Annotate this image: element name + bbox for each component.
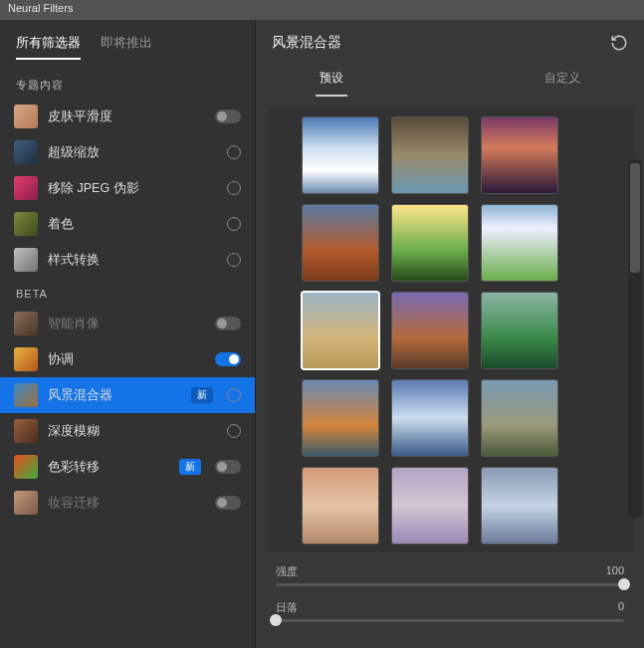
filter-label: 协调 [48, 351, 205, 368]
preset-thumb[interactable] [481, 379, 558, 457]
filter-depth-blur[interactable]: 深度模糊 [0, 413, 255, 449]
sub-tab-presets[interactable]: 预设 [316, 62, 347, 97]
preset-thumb[interactable] [391, 204, 469, 282]
content-header: 风景混合器 [256, 20, 644, 62]
filter-label: 风景混合器 [48, 387, 181, 404]
radio-depth[interactable] [227, 424, 241, 438]
sliders-panel: 强度 100 日落 0 [256, 552, 644, 648]
makeup-icon [14, 491, 38, 515]
preset-thumb[interactable] [302, 116, 379, 194]
new-badge: 新 [191, 387, 213, 403]
preset-thumb[interactable] [481, 116, 558, 194]
preset-thumb[interactable] [302, 204, 379, 282]
preset-thumb[interactable] [481, 467, 558, 544]
preset-thumb[interactable] [302, 467, 379, 544]
filter-makeup-transfer[interactable]: 妆容迁移 [0, 485, 255, 521]
window-title: Neural Filters [8, 2, 73, 14]
preset-thumb[interactable] [391, 116, 469, 194]
preset-thumb[interactable] [391, 467, 469, 544]
filter-style-transfer[interactable]: 样式转换 [0, 242, 255, 278]
reset-icon[interactable] [610, 34, 628, 52]
preset-thumb[interactable] [481, 204, 558, 282]
toggle-portrait[interactable] [215, 317, 241, 330]
section-featured-label: 专题内容 [0, 68, 255, 99]
scrollbar-vertical[interactable] [628, 159, 642, 518]
filter-color-transfer[interactable]: 色彩转移 新 [0, 449, 255, 485]
landscape-icon [14, 383, 38, 407]
toggle-harmony[interactable] [215, 352, 241, 366]
slider-strength: 强度 100 [276, 564, 624, 586]
slider-track[interactable] [276, 583, 624, 586]
zoom-icon [14, 140, 38, 164]
filter-super-zoom[interactable]: 超级缩放 [0, 134, 255, 170]
style-icon [14, 248, 38, 272]
radio-landscape[interactable] [227, 388, 241, 402]
filter-smart-portrait[interactable]: 智能肖像 [0, 306, 255, 341]
filter-label: 智能肖像 [48, 316, 205, 332]
filter-label: 深度模糊 [48, 423, 217, 440]
slider-value: 0 [618, 600, 624, 615]
presets-scroll[interactable] [268, 107, 634, 552]
filter-landscape-mixer[interactable]: 风景混合器 新 [0, 377, 255, 413]
transfer-icon [14, 455, 38, 479]
section-beta-label: BETA [0, 278, 255, 306]
radio-colorize[interactable] [227, 217, 241, 231]
toggle-skin[interactable] [215, 109, 241, 123]
content-title: 风景混合器 [272, 34, 341, 52]
filter-label: 样式转换 [48, 252, 217, 269]
slider-thumb[interactable] [270, 614, 282, 626]
content-panel: 风景混合器 预设 自定义 [255, 20, 644, 648]
slider-thumb[interactable] [618, 578, 630, 590]
slider-sunset: 日落 0 [276, 600, 624, 622]
slider-track[interactable] [276, 619, 624, 622]
filter-harmonization[interactable]: 协调 [0, 341, 255, 377]
slider-value: 100 [606, 564, 624, 579]
tab-coming-soon[interactable]: 即将推出 [101, 34, 152, 60]
filter-label: 色彩转移 [48, 459, 169, 476]
tab-all-filters[interactable]: 所有筛选器 [16, 34, 81, 60]
jpeg-icon [14, 176, 38, 200]
content-sub-tabs: 预设 自定义 [256, 62, 644, 97]
radio-style[interactable] [227, 253, 241, 267]
filter-label: 移除 JPEG 伪影 [48, 180, 217, 197]
colorize-icon [14, 212, 38, 236]
preset-thumb[interactable] [302, 292, 379, 369]
filter-skin-smoothing[interactable]: 皮肤平滑度 [0, 99, 255, 134]
preset-thumb[interactable] [391, 379, 469, 457]
slider-label: 日落 [276, 600, 298, 615]
filter-label: 超级缩放 [48, 144, 217, 161]
filter-label: 着色 [48, 216, 217, 233]
preset-thumb[interactable] [302, 379, 379, 457]
toggle-makeup[interactable] [215, 496, 241, 510]
sidebar-tabs: 所有筛选器 即将推出 [0, 20, 255, 68]
skin-icon [14, 105, 38, 128]
slider-label: 强度 [276, 564, 298, 579]
toggle-transfer[interactable] [215, 460, 241, 474]
sub-tab-custom[interactable]: 自定义 [540, 62, 584, 97]
radio-zoom[interactable] [227, 145, 241, 159]
preset-thumb[interactable] [481, 292, 558, 369]
portrait-icon [14, 312, 38, 335]
filter-jpeg-artifacts[interactable]: 移除 JPEG 伪影 [0, 170, 255, 206]
depth-icon [14, 419, 38, 443]
filter-colorize[interactable]: 着色 [0, 206, 255, 242]
preset-thumb[interactable] [391, 292, 469, 369]
window-titlebar: Neural Filters [0, 0, 644, 20]
new-badge: 新 [179, 459, 201, 475]
filter-label: 妆容迁移 [48, 495, 205, 512]
filter-label: 皮肤平滑度 [48, 108, 205, 125]
preset-grid [302, 116, 634, 544]
filters-sidebar: 所有筛选器 即将推出 专题内容 皮肤平滑度 超级缩放 移除 JPEG 伪影 着色… [0, 20, 255, 648]
radio-jpeg[interactable] [227, 181, 241, 195]
harmony-icon [14, 347, 38, 371]
